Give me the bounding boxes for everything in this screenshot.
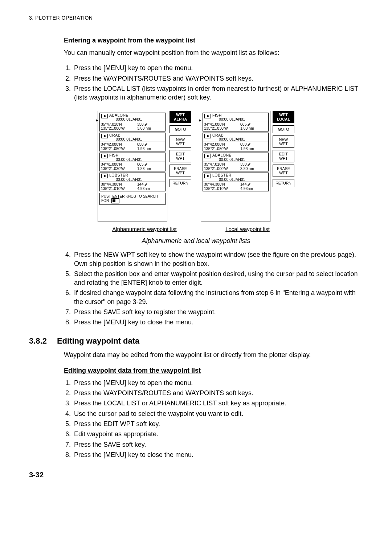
step-item: If desired change waypoint data followin… bbox=[73, 288, 363, 306]
step-item: Press the LOCAL LIST or ALPHANUMERIC LIS… bbox=[73, 399, 363, 408]
waypoint-entry[interactable]: CRAB00:00 01JAN0134°42.000'N135°21.050'W… bbox=[99, 133, 166, 151]
search-hint-box: PUSH ENTER KNOB TO SEARCH FOR bbox=[99, 193, 166, 205]
section-intro: Waypoint data may be edited from the way… bbox=[64, 351, 363, 359]
page-number: 3-32 bbox=[29, 470, 363, 480]
figure-wrap: ABALONE00:00 01JAN0135°47.010'N135°21.00… bbox=[29, 111, 363, 222]
softkey-erase-wpt[interactable]: ERASEWPT bbox=[170, 165, 191, 177]
waypoint-entry[interactable]: FISH00:00 01JAN0134°41.000'N135°21.030'W… bbox=[203, 113, 269, 131]
waypoint-range: 4.93nm bbox=[240, 187, 267, 191]
waypoint-name: ABALONE bbox=[212, 153, 245, 158]
softkey-goto[interactable]: GOTO bbox=[170, 125, 191, 133]
softkey-new-wpt[interactable]: NEWWPT bbox=[273, 135, 294, 148]
waypoint-bearing: 065.9° bbox=[137, 162, 164, 167]
step-item: Press the SAVE soft key to register the … bbox=[73, 308, 363, 316]
waypoint-lat: 34°42.000'N bbox=[204, 142, 238, 147]
softkey-goto[interactable]: GOTO bbox=[273, 125, 294, 133]
waypoint-lat: 34°41.000'N bbox=[101, 162, 135, 167]
waypoint-date: 00:00 01JAN01 bbox=[109, 137, 142, 142]
local-listbox: FISH00:00 01JAN0134°41.000'N135°21.030'W… bbox=[201, 111, 270, 222]
step-item: Press the [MENU] key to open the menu. bbox=[73, 64, 363, 72]
waypoint-lat: 35°47.010'N bbox=[204, 162, 238, 167]
waypoint-name: FISH bbox=[109, 153, 142, 158]
page-header: 3. PLOTTER OPERATION bbox=[29, 15, 363, 21]
waypoint-lat: 34°42.000'N bbox=[101, 142, 135, 147]
waypoint-lon: 135°21.010'W bbox=[204, 187, 238, 191]
softkey-column-right: WPTLOCAL GOTO NEWWPT EDITWPT ERASEWPT RE… bbox=[273, 111, 294, 222]
waypoint-date: 00:00 01JAN01 bbox=[212, 158, 245, 162]
section-heading: 3.8.2 Editing waypoint data bbox=[29, 336, 363, 347]
waypoint-range: 1.98 nm bbox=[137, 147, 164, 151]
subheading-editing: Editing waypoint data from the waypoint … bbox=[64, 366, 363, 375]
waypoint-mark-icon bbox=[204, 134, 211, 138]
softkey-column-left: WPTALPHA GOTO NEWWPT EDITWPT ERASEWPT RE… bbox=[170, 111, 191, 222]
step-item: Press the WAYPOINTS/ROUTES and WAYPOINTS… bbox=[73, 74, 363, 83]
waypoint-range: 3.80 nm bbox=[240, 167, 267, 171]
waypoint-date: 00:00 01JAN01 bbox=[212, 178, 245, 182]
section-number: 3.8.2 bbox=[29, 336, 47, 347]
step-item: Press the SAVE soft key. bbox=[73, 440, 363, 449]
waypoint-bearing: 050.9° bbox=[137, 142, 164, 147]
panel-local: FISH00:00 01JAN0134°41.000'N135°21.030'W… bbox=[201, 111, 294, 222]
waypoint-date: 00:00 01JAN01 bbox=[109, 158, 142, 162]
waypoint-entry[interactable]: CRAB00:00 01JAN0134°42.000'N135°21.050'W… bbox=[203, 133, 269, 151]
waypoint-bearing: 350.9° bbox=[240, 162, 267, 167]
waypoint-range: 1.83 nm bbox=[240, 126, 267, 131]
steps-list-c: Press the [MENU] key to open the menu.Pr… bbox=[64, 378, 363, 459]
step-item: Press the [MENU] key to open the menu. bbox=[73, 378, 363, 387]
keyboard-icon bbox=[111, 198, 119, 203]
waypoint-mark-icon bbox=[101, 154, 108, 158]
step-item: Press the WAYPOINTS/ROUTES and WAYPOINTS… bbox=[73, 389, 363, 397]
waypoint-range: 1.83 nm bbox=[137, 167, 164, 171]
subheading-entering: Entering a waypoint from the waypoint li… bbox=[64, 36, 363, 45]
waypoint-lon: 135°21.030'W bbox=[204, 126, 238, 131]
waypoint-range: 1.98 nm bbox=[240, 147, 267, 151]
panel-alphanumeric: ABALONE00:00 01JAN0135°47.010'N135°21.00… bbox=[98, 111, 191, 222]
waypoint-entry[interactable]: LOBSTER00:00 01JAN0138°44.300'N135°21.01… bbox=[203, 173, 269, 191]
step-item: Press the NEW WPT soft key to show the w… bbox=[73, 250, 363, 268]
waypoint-entry[interactable]: ABALONE00:00 01JAN0135°47.010'N135°21.00… bbox=[99, 113, 166, 131]
waypoint-bearing: 050.9° bbox=[240, 142, 267, 147]
waypoint-date: 00:00 01JAN01 bbox=[212, 137, 245, 142]
waypoint-mark-icon bbox=[204, 114, 211, 118]
waypoint-mark-icon bbox=[204, 154, 211, 158]
waypoint-lon: 135°21.000'W bbox=[101, 126, 135, 131]
step-item: Edit waypoint as appropriate. bbox=[73, 430, 363, 438]
steps-list-b: Press the NEW WPT soft key to show the w… bbox=[64, 250, 363, 327]
waypoint-entry[interactable]: FISH00:00 01JAN0134°41.000'N135°21.030'W… bbox=[99, 153, 166, 171]
waypoint-lon: 135°21.010'W bbox=[101, 187, 135, 191]
waypoint-mark-icon bbox=[204, 174, 211, 178]
section-title: Editing waypoint data bbox=[57, 336, 139, 347]
waypoint-mark-icon bbox=[101, 174, 108, 178]
softkey-wpt-alpha[interactable]: WPTALPHA bbox=[170, 111, 191, 123]
waypoint-entry[interactable]: ABALONE00:00 01JAN0135°47.010'N135°21.00… bbox=[203, 153, 269, 171]
waypoint-lon: 135°21.000'W bbox=[204, 167, 238, 171]
softkey-edit-wpt[interactable]: EDITWPT bbox=[273, 150, 294, 162]
steps-list-a: Press the [MENU] key to open the menu.Pr… bbox=[64, 64, 363, 102]
waypoint-date: 00:00 01JAN01 bbox=[109, 117, 142, 122]
softkey-return[interactable]: RETURN bbox=[273, 179, 294, 187]
step-item: Select the position box and enter waypoi… bbox=[73, 270, 363, 287]
waypoint-entry[interactable]: LOBSTER00:00 01JAN0138°44.300'N135°21.01… bbox=[99, 173, 166, 191]
softkey-erase-wpt[interactable]: ERASEWPT bbox=[273, 165, 294, 177]
softkey-wpt-local[interactable]: WPTLOCAL bbox=[273, 111, 294, 123]
softkey-new-wpt[interactable]: NEWWPT bbox=[170, 135, 191, 148]
intro-paragraph: You can manually enter waypoint position… bbox=[64, 48, 363, 57]
waypoint-date: 00:00 01JAN01 bbox=[212, 117, 245, 122]
waypoint-lon: 135°21.050'W bbox=[101, 147, 135, 151]
step-item: Press the EDIT WPT soft key. bbox=[73, 420, 363, 428]
step-item: Press the LOCAL LIST (lists waypoints in… bbox=[73, 84, 363, 102]
waypoint-mark-icon bbox=[101, 134, 108, 138]
waypoint-range: 3.80 nm bbox=[137, 126, 164, 131]
caption-local: Local waypoint list bbox=[201, 226, 294, 233]
softkey-edit-wpt[interactable]: EDITWPT bbox=[170, 150, 191, 162]
waypoint-mark-icon bbox=[101, 114, 108, 118]
step-item: Use the cursor pad to select the waypoin… bbox=[73, 409, 363, 418]
step-item: Press the [MENU] key to close the menu. bbox=[73, 450, 363, 459]
figure-caption-main: Alphanumeric and local waypoint lists bbox=[29, 236, 363, 245]
waypoint-date: 00:00 01JAN01 bbox=[109, 178, 142, 182]
waypoint-range: 4.93nm bbox=[137, 187, 164, 191]
step-item: Press the [MENU] key to close the menu. bbox=[73, 318, 363, 327]
softkey-return[interactable]: RETURN bbox=[170, 179, 191, 187]
waypoint-lon: 135°21.050'W bbox=[204, 147, 238, 151]
waypoint-lon: 135°21.030'W bbox=[101, 167, 135, 171]
